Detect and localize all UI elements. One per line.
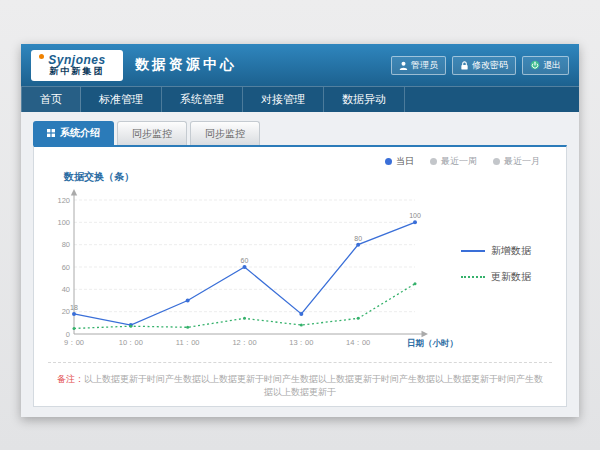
nav-item-data-change[interactable]: 数据异动 bbox=[324, 87, 405, 112]
logout-icon bbox=[530, 60, 540, 70]
svg-text:10：00: 10：00 bbox=[119, 338, 143, 347]
logo-accent-dot bbox=[39, 54, 44, 59]
series-legend: 新增数据 更新数据 bbox=[461, 244, 547, 284]
legend-dot bbox=[493, 158, 500, 165]
solid-line-icon bbox=[461, 250, 485, 252]
svg-text:11：00: 11：00 bbox=[176, 338, 200, 347]
svg-text:14：00: 14：00 bbox=[346, 338, 370, 347]
svg-text:60: 60 bbox=[241, 257, 249, 264]
change-password-label: 修改密码 bbox=[472, 59, 508, 72]
range-legend: 当日 最近一周 最近一月 bbox=[46, 155, 554, 168]
svg-text:9：00: 9：00 bbox=[64, 338, 84, 347]
nav-item-system-mgmt[interactable]: 系统管理 bbox=[162, 87, 243, 112]
svg-text:日期（小时）: 日期（小时） bbox=[407, 338, 458, 348]
logo: Synjones 新中新集团 bbox=[31, 50, 123, 81]
tab-sync-monitor-1-label: 同步监控 bbox=[132, 127, 172, 141]
range-option-last-month-label: 最近一月 bbox=[504, 155, 540, 168]
tab-system-intro[interactable]: 系统介绍 bbox=[33, 121, 114, 145]
svg-text:18: 18 bbox=[70, 304, 78, 311]
logo-company: 新中新集团 bbox=[50, 67, 105, 76]
legend-dot bbox=[385, 158, 392, 165]
range-option-last-month[interactable]: 最近一月 bbox=[493, 155, 540, 168]
svg-text:13：00: 13：00 bbox=[289, 338, 313, 347]
nav-item-connect-mgmt[interactable]: 对接管理 bbox=[243, 87, 324, 112]
svg-text:100: 100 bbox=[57, 218, 70, 227]
legend-item-update-data-label: 更新数据 bbox=[491, 270, 531, 284]
chart-row: 0204060801001209：0010：0011：0012：0013：001… bbox=[46, 186, 554, 358]
tab-sync-monitor-2-label: 同步监控 bbox=[205, 127, 245, 141]
logo-brand: Synjones bbox=[48, 54, 105, 67]
tab-sync-monitor-2[interactable]: 同步监控 bbox=[190, 121, 260, 145]
main-nav: 首页 标准管理 系统管理 对接管理 数据异动 bbox=[21, 86, 579, 112]
footnote-label: 备注： bbox=[57, 374, 84, 384]
legend-item-new-data[interactable]: 新增数据 bbox=[461, 244, 547, 258]
svg-text:80: 80 bbox=[62, 240, 70, 249]
range-option-today-label: 当日 bbox=[396, 155, 414, 168]
admin-user-button[interactable]: 管理员 bbox=[391, 56, 446, 75]
footnote-text: 以上数据更新于时间产生数据以上数据更新于时间产生数据以上数据更新于时间产生数据以… bbox=[84, 374, 543, 397]
line-chart-svg: 0204060801001209：0010：0011：0012：0013：001… bbox=[46, 186, 461, 358]
range-option-last-week-label: 最近一周 bbox=[441, 155, 477, 168]
svg-text:20: 20 bbox=[62, 307, 70, 316]
tab-sync-monitor-1[interactable]: 同步监控 bbox=[117, 121, 187, 145]
range-option-last-week[interactable]: 最近一周 bbox=[430, 155, 477, 168]
logout-label: 退出 bbox=[543, 59, 561, 72]
dashed-divider bbox=[48, 362, 552, 363]
tab-system-intro-label: 系统介绍 bbox=[60, 126, 100, 140]
app-window: Synjones 新中新集团 数据资源中心 管理员 修改密码 退出 首页 标准管… bbox=[21, 44, 579, 417]
nav-item-standard-mgmt[interactable]: 标准管理 bbox=[81, 87, 162, 112]
range-option-today[interactable]: 当日 bbox=[385, 155, 414, 168]
tab-bar: 系统介绍 同步监控 同步监控 bbox=[33, 121, 567, 145]
svg-text:120: 120 bbox=[57, 196, 70, 205]
svg-text:12：00: 12：00 bbox=[232, 338, 256, 347]
footnote: 备注：以上数据更新于时间产生数据以上数据更新于时间产生数据以上数据更新于时间产生… bbox=[46, 373, 554, 398]
page-title: 数据资源中心 bbox=[135, 56, 237, 74]
svg-text:40: 40 bbox=[62, 285, 70, 294]
content-area: 系统介绍 同步监控 同步监控 当日 最近一周 bbox=[21, 112, 579, 417]
legend-dot bbox=[430, 158, 437, 165]
svg-text:60: 60 bbox=[62, 263, 70, 272]
dotted-line-icon bbox=[461, 276, 485, 278]
legend-item-new-data-label: 新增数据 bbox=[491, 244, 531, 258]
user-icon bbox=[399, 61, 408, 70]
svg-text:80: 80 bbox=[354, 235, 362, 242]
legend-item-update-data[interactable]: 更新数据 bbox=[461, 270, 547, 284]
lock-icon bbox=[460, 61, 469, 70]
header-actions: 管理员 修改密码 退出 bbox=[391, 56, 569, 75]
chart-panel: 当日 最近一周 最近一月 数据交换（条） 0204060801001209：00… bbox=[33, 145, 567, 407]
nav-item-home[interactable]: 首页 bbox=[21, 87, 81, 112]
change-password-button[interactable]: 修改密码 bbox=[452, 56, 516, 75]
app-header: Synjones 新中新集团 数据资源中心 管理员 修改密码 退出 bbox=[21, 44, 579, 86]
svg-text:100: 100 bbox=[409, 212, 421, 219]
y-axis-title: 数据交换（条） bbox=[64, 170, 554, 184]
logout-button[interactable]: 退出 bbox=[522, 56, 569, 75]
admin-user-label: 管理员 bbox=[411, 59, 438, 72]
tab-grid-icon bbox=[47, 128, 55, 139]
